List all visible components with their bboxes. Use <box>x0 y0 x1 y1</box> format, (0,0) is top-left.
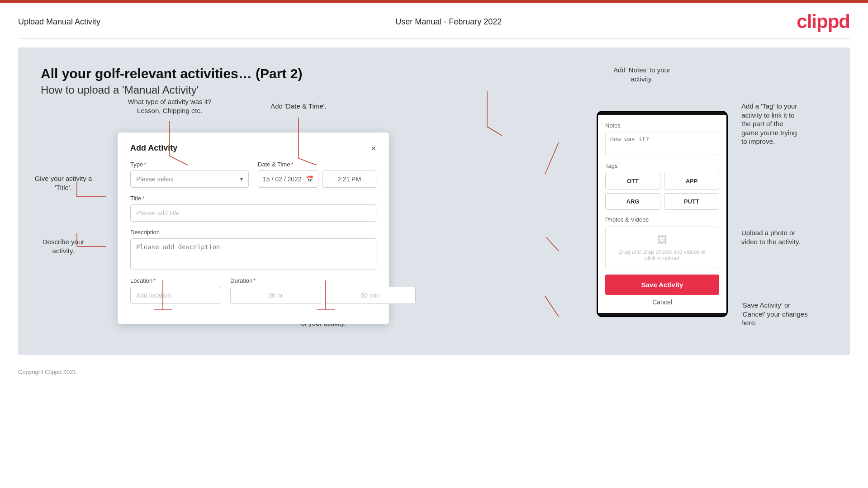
title-group: Title* <box>130 195 376 222</box>
duration-group: Duration* <box>230 277 416 304</box>
datetime-label: Date & Time* <box>258 161 376 168</box>
notes-textarea[interactable] <box>605 132 719 155</box>
footer-text: Copyright Clippd 2021 <box>18 369 76 375</box>
annotation-notes: Add 'Notes' to youractivity. <box>592 66 692 83</box>
divider <box>18 38 850 38</box>
datetime-inputs: 15 / 02 / 2022 📅 2:21 PM <box>258 171 376 188</box>
title-label: Title* <box>130 195 376 202</box>
phone-inner: Notes Tags OTT APP ARG PUTT Photos & Vid… <box>598 115 726 313</box>
title-row: Title* <box>130 195 376 222</box>
location-input[interactable] <box>130 287 221 304</box>
add-activity-dialog: Add Activity × Type* Please select ▼ <box>118 133 389 324</box>
photos-drop-text: Drag and Drop photos and videos orclick … <box>613 249 711 261</box>
date-field[interactable]: 15 / 02 / 2022 📅 <box>258 171 318 188</box>
tag-ott[interactable]: OTT <box>605 173 660 190</box>
tags-grid: OTT APP ARG PUTT <box>605 173 719 210</box>
tag-arg[interactable]: ARG <box>605 193 660 210</box>
description-row: Description <box>130 229 376 270</box>
header-center: User Manual - February 2022 <box>395 17 502 27</box>
dialog-header: Add Activity × <box>130 143 376 153</box>
phone-mockup-wrapper: Notes Tags OTT APP ARG PUTT Photos & Vid… <box>597 111 728 317</box>
title-input[interactable] <box>130 204 376 222</box>
duration-hr-input[interactable] <box>230 287 321 304</box>
annotation-activity-type: What type of activity was it?Lesson, Chi… <box>118 97 222 115</box>
duration-inputs <box>230 287 416 304</box>
header: Upload Manual Activity User Manual - Feb… <box>0 3 868 38</box>
datetime-group: Date & Time* 15 / 02 / 2022 📅 2:21 PM <box>258 161 376 188</box>
dialog-title: Add Activity <box>130 143 177 153</box>
footer: Copyright Clippd 2021 <box>0 364 868 380</box>
page-title: All your golf-relevant activities… (Part… <box>41 66 827 82</box>
type-datetime-row: Type* Please select ▼ Date & Time* <box>130 161 376 188</box>
tags-section-label: Tags <box>605 162 719 169</box>
annotation-describe: Describe youractivity. <box>27 237 100 255</box>
annotation-datetime: Add 'Date & Time'. <box>258 102 339 111</box>
notes-section-label: Notes <box>605 122 719 129</box>
annotation-title: Give your activity a'Title'. <box>27 174 100 192</box>
save-activity-button[interactable]: Save Activity <box>605 275 719 295</box>
description-textarea[interactable] <box>130 238 376 270</box>
tag-app[interactable]: APP <box>664 173 719 190</box>
header-left: Upload Manual Activity <box>18 17 100 27</box>
calendar-icon: 📅 <box>306 175 313 183</box>
photos-drop-zone[interactable]: 🖼 Drag and Drop photos and videos orclic… <box>605 227 719 269</box>
image-icon: 🖼 <box>613 234 711 246</box>
type-group: Type* Please select ▼ <box>130 161 249 188</box>
type-select[interactable]: Please select <box>130 171 249 188</box>
phone-mock: Notes Tags OTT APP ARG PUTT Photos & Vid… <box>597 111 728 317</box>
cancel-link[interactable]: Cancel <box>605 298 719 306</box>
date-value: 15 / 02 / 2022 <box>263 175 302 183</box>
page-subtitle: How to upload a 'Manual Activity' <box>41 84 827 96</box>
photos-section-label: Photos & Videos <box>605 216 719 223</box>
location-label: Location* <box>130 277 221 284</box>
tag-putt[interactable]: PUTT <box>664 193 719 210</box>
description-group: Description <box>130 229 376 270</box>
main-content: All your golf-relevant activities… (Part… <box>18 47 850 355</box>
close-button[interactable]: × <box>371 144 376 153</box>
duration-label: Duration* <box>230 277 416 284</box>
type-label: Type* <box>130 161 249 168</box>
description-label: Description <box>130 229 376 236</box>
time-field[interactable]: 2:21 PM <box>322 171 376 188</box>
type-select-wrapper: Please select ▼ <box>130 171 249 188</box>
location-group: Location* <box>130 277 221 304</box>
location-duration-row: Location* Duration* <box>130 277 376 304</box>
duration-min-input[interactable] <box>325 287 416 304</box>
logo: clippd <box>797 11 850 33</box>
